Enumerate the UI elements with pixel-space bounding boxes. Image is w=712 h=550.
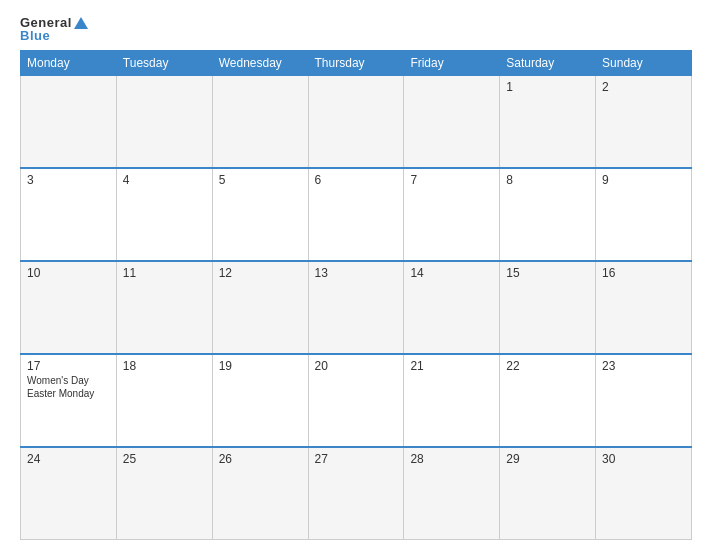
calendar-cell: 20 <box>308 354 404 447</box>
calendar-cell: 1 <box>500 76 596 169</box>
calendar-cell: 30 <box>596 447 692 540</box>
holiday-label: Easter Monday <box>27 388 110 399</box>
calendar-cell: 10 <box>21 261 117 354</box>
day-number: 22 <box>506 359 589 373</box>
day-number: 6 <box>315 173 398 187</box>
column-header-saturday: Saturday <box>500 51 596 76</box>
calendar-cell: 27 <box>308 447 404 540</box>
logo-blue-text: Blue <box>20 29 88 42</box>
calendar-cell: 19 <box>212 354 308 447</box>
calendar-cell: 28 <box>404 447 500 540</box>
day-number: 1 <box>506 80 589 94</box>
day-number: 10 <box>27 266 110 280</box>
day-number: 13 <box>315 266 398 280</box>
column-header-sunday: Sunday <box>596 51 692 76</box>
day-number: 16 <box>602 266 685 280</box>
logo-triangle-icon <box>74 17 88 29</box>
day-number: 27 <box>315 452 398 466</box>
week-row-2: 3456789 <box>21 168 692 261</box>
calendar-cell: 7 <box>404 168 500 261</box>
day-number: 8 <box>506 173 589 187</box>
day-number: 15 <box>506 266 589 280</box>
calendar-cell: 11 <box>116 261 212 354</box>
holiday-label: Women's Day <box>27 375 110 386</box>
calendar-cell: 29 <box>500 447 596 540</box>
calendar-cell: 12 <box>212 261 308 354</box>
calendar-cell: 6 <box>308 168 404 261</box>
calendar-cell: 16 <box>596 261 692 354</box>
calendar-cell: 22 <box>500 354 596 447</box>
day-number: 3 <box>27 173 110 187</box>
week-row-5: 24252627282930 <box>21 447 692 540</box>
column-header-wednesday: Wednesday <box>212 51 308 76</box>
week-row-1: 12 <box>21 76 692 169</box>
day-number: 20 <box>315 359 398 373</box>
calendar-cell <box>308 76 404 169</box>
logo: General Blue <box>20 16 88 42</box>
calendar-cell: 23 <box>596 354 692 447</box>
calendar-cell: 17Women's DayEaster Monday <box>21 354 117 447</box>
day-number: 14 <box>410 266 493 280</box>
day-number: 28 <box>410 452 493 466</box>
calendar-cell: 24 <box>21 447 117 540</box>
week-row-3: 10111213141516 <box>21 261 692 354</box>
day-number: 12 <box>219 266 302 280</box>
calendar-cell: 13 <box>308 261 404 354</box>
day-number: 11 <box>123 266 206 280</box>
header-row: MondayTuesdayWednesdayThursdayFridaySatu… <box>21 51 692 76</box>
day-number: 17 <box>27 359 110 373</box>
top-bar: General Blue <box>20 16 692 42</box>
day-number: 23 <box>602 359 685 373</box>
calendar-cell: 15 <box>500 261 596 354</box>
calendar-cell: 2 <box>596 76 692 169</box>
column-header-thursday: Thursday <box>308 51 404 76</box>
column-header-tuesday: Tuesday <box>116 51 212 76</box>
day-number: 21 <box>410 359 493 373</box>
calendar-cell: 4 <box>116 168 212 261</box>
calendar-cell: 5 <box>212 168 308 261</box>
day-number: 26 <box>219 452 302 466</box>
day-number: 9 <box>602 173 685 187</box>
calendar-cell <box>116 76 212 169</box>
column-header-friday: Friday <box>404 51 500 76</box>
day-number: 25 <box>123 452 206 466</box>
calendar-table: MondayTuesdayWednesdayThursdayFridaySatu… <box>20 50 692 540</box>
calendar-cell: 9 <box>596 168 692 261</box>
calendar-cell: 21 <box>404 354 500 447</box>
calendar-cell: 26 <box>212 447 308 540</box>
day-number: 30 <box>602 452 685 466</box>
calendar-page: General Blue MondayTuesdayWednesdayThurs… <box>0 0 712 550</box>
day-number: 18 <box>123 359 206 373</box>
day-number: 29 <box>506 452 589 466</box>
column-header-monday: Monday <box>21 51 117 76</box>
calendar-cell: 18 <box>116 354 212 447</box>
day-number: 4 <box>123 173 206 187</box>
day-number: 24 <box>27 452 110 466</box>
day-number: 19 <box>219 359 302 373</box>
calendar-cell <box>212 76 308 169</box>
week-row-4: 17Women's DayEaster Monday181920212223 <box>21 354 692 447</box>
day-number: 5 <box>219 173 302 187</box>
day-number: 7 <box>410 173 493 187</box>
calendar-cell <box>21 76 117 169</box>
calendar-cell: 8 <box>500 168 596 261</box>
day-number: 2 <box>602 80 685 94</box>
calendar-cell: 14 <box>404 261 500 354</box>
calendar-cell: 3 <box>21 168 117 261</box>
calendar-cell: 25 <box>116 447 212 540</box>
calendar-cell <box>404 76 500 169</box>
